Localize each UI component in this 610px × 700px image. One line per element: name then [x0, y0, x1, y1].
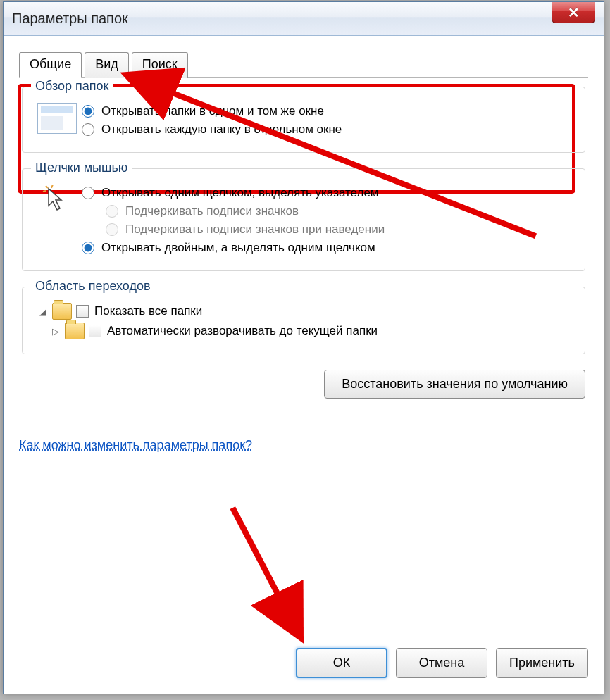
folder-icon	[65, 323, 85, 339]
checkbox-show-all[interactable]	[76, 305, 89, 318]
radio-underline-always: Подчеркивать подписи значков	[106, 204, 575, 218]
svg-line-0	[46, 186, 48, 188]
tab-search[interactable]: Поиск	[132, 52, 188, 78]
checkbox-label: Автоматически разворачивать до текущей п…	[107, 324, 378, 338]
svg-line-1	[51, 185, 53, 188]
tab-content: Обзор папок Открывать папки в одном и то…	[19, 87, 588, 453]
tree-collapse-icon[interactable]: ◢	[37, 306, 49, 317]
close-icon: ✕	[568, 4, 580, 21]
tab-view[interactable]: Вид	[85, 52, 129, 78]
browse-folders-icon	[32, 100, 82, 134]
group-legend: Обзор папок	[31, 79, 113, 94]
radio-input[interactable]	[82, 105, 94, 118]
checkbox-auto-expand[interactable]	[89, 325, 101, 337]
group-legend: Область переходов	[31, 279, 155, 294]
tabstrip: Общие Вид Поиск	[19, 51, 588, 78]
checkbox-label: Показать все папки	[94, 304, 202, 318]
tree-row-show-all: ◢ Показать все папки	[37, 303, 575, 320]
ok-button[interactable]: ОК	[296, 648, 387, 678]
radio-underline-hover: Подчеркивать подписи значков при наведен…	[106, 223, 575, 237]
client-area: Общие Вид Поиск Обзор папок Открывать па…	[4, 36, 604, 694]
radio-input[interactable]	[82, 187, 94, 199]
svg-line-4	[232, 508, 299, 635]
cancel-button[interactable]: Отмена	[396, 648, 487, 678]
apply-button[interactable]: Применить	[496, 648, 588, 678]
radio-same-window[interactable]: Открывать папки в одном и том же окне	[82, 104, 575, 118]
radio-input[interactable]	[82, 242, 94, 254]
group-click-items: Щелчки мышью	[22, 168, 585, 271]
group-legend: Щелчки мышью	[31, 161, 132, 175]
window-title: Параметры папок	[12, 11, 128, 27]
radio-new-window[interactable]: Открывать каждую папку в отдельном окне	[82, 123, 575, 137]
radio-double-click[interactable]: Открывать двойным, а выделять одним щелч…	[82, 241, 575, 255]
dialog-window: Параметры папок ✕ Общие Вид Поиск Обзор …	[3, 1, 604, 694]
tree-row-auto-expand: ▷ Автоматически разворачивать до текущей…	[49, 323, 575, 339]
radio-input	[106, 205, 118, 218]
radio-input	[106, 223, 118, 236]
radio-input[interactable]	[82, 123, 94, 136]
dialog-buttons: ОК Отмена Применить	[296, 648, 588, 678]
tab-general[interactable]: Общие	[19, 52, 82, 78]
folder-icon	[52, 303, 72, 320]
help-link[interactable]: Как можно изменить параметры папок?	[19, 438, 252, 453]
titlebar: Параметры папок ✕	[4, 2, 604, 36]
tree-expand-icon[interactable]: ▷	[49, 326, 62, 337]
click-items-icon	[32, 182, 82, 215]
group-browse-folders: Обзор папок Открывать папки в одном и то…	[22, 87, 585, 153]
svg-line-2	[43, 191, 46, 192]
group-navigation-pane: Область переходов ◢ Показать все папки ▷…	[22, 287, 585, 354]
restore-defaults-button[interactable]: Восстановить значения по умолчанию	[324, 370, 585, 399]
radio-single-click[interactable]: Открывать одним щелчком, выделять указат…	[82, 186, 575, 200]
close-button[interactable]: ✕	[552, 2, 595, 23]
